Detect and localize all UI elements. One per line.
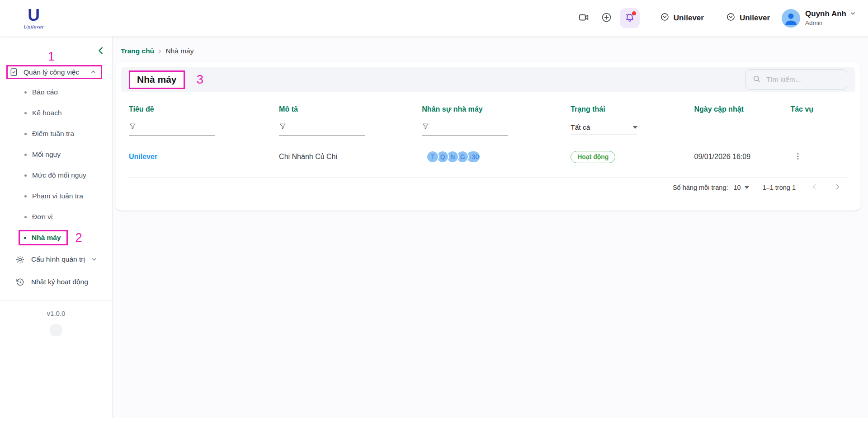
caret-down-icon xyxy=(745,186,749,189)
table-header-row: Tiêu đề Mô tả Nhân sự nhà máy Trạng thái… xyxy=(129,92,847,113)
table-row[interactable]: Unilever Chi Nhánh Củ Chi T Q N G +30 Ho… xyxy=(129,136,847,178)
annotation-box-3: Nhà máy xyxy=(129,70,185,89)
search-input[interactable] xyxy=(765,75,840,84)
chevron-right-icon xyxy=(833,183,842,192)
sidebar: 1 Quản lý công việc Báo cáo Kế hoạch Điể… xyxy=(0,36,113,418)
scroll-ghost xyxy=(50,324,62,336)
breadcrumb-home-link[interactable]: Trang chủ xyxy=(121,47,154,55)
personnel-avatar-group: T Q N G +30 xyxy=(422,150,571,163)
table-filter-row: Tất cả xyxy=(129,113,847,136)
search-icon xyxy=(752,75,761,85)
caret-down-icon xyxy=(633,126,637,129)
bullet-icon xyxy=(24,216,27,218)
filter-input-title[interactable] xyxy=(129,122,215,136)
annotation-number-1: 1 xyxy=(48,50,55,64)
status-filter-value: Tất cả xyxy=(571,123,590,131)
workspace-label: Unilever xyxy=(740,14,770,23)
breadcrumb-current: Nhà máy xyxy=(165,47,193,55)
sidebar-item-ke-hoach[interactable]: Kế hoạch xyxy=(0,103,112,123)
chevron-up-icon xyxy=(90,69,97,75)
top-header: U Unilever xyxy=(0,0,868,36)
sidebar-item-label: Cấu hình quản trị xyxy=(31,255,85,263)
sidebar-item-diem-tuan-tra[interactable]: Điểm tuần tra xyxy=(0,123,112,144)
sidebar-item-don-vi[interactable]: Đơn vị xyxy=(0,206,112,227)
bullet-icon xyxy=(24,195,27,197)
search-box[interactable] xyxy=(745,69,847,90)
column-header-personnel: Nhân sự nhà máy xyxy=(422,92,571,113)
filter-funnel-icon xyxy=(422,122,429,132)
filter-funnel-icon xyxy=(279,122,287,132)
main-content: Trang chủ › Nhà máy Nhà máy 3 xyxy=(113,36,868,418)
chevron-left-icon xyxy=(810,183,819,192)
sidebar-item-label: Đơn vị xyxy=(32,213,52,221)
sidebar-item-label: Nhật ký hoạt động xyxy=(31,278,88,286)
previous-page-button[interactable] xyxy=(810,183,819,192)
circle-chevron-down-icon xyxy=(726,12,736,24)
header-actions: Unilever Unilever Quynh Anh xyxy=(575,6,856,30)
filter-funnel-icon xyxy=(129,122,137,132)
history-clock-icon xyxy=(15,277,25,287)
page-title: Nhà máy xyxy=(137,74,177,84)
workspace-label: Unilever xyxy=(674,14,704,23)
row-actions-button[interactable] xyxy=(790,149,806,164)
sidebar-item-muc-do-moi-nguy[interactable]: Mức độ mối nguy xyxy=(0,165,112,186)
pagination-range: 1–1 trong 1 xyxy=(763,184,796,191)
column-header-title: Tiêu đề xyxy=(129,92,279,113)
bullet-icon xyxy=(24,91,27,94)
rows-per-page-select[interactable]: 10 xyxy=(733,184,749,191)
user-menu[interactable]: Quynh Anh Admin xyxy=(782,9,856,28)
unilever-logo: U Unilever xyxy=(20,7,47,29)
sidebar-item-moi-nguy[interactable]: Mối nguy xyxy=(0,144,112,165)
divider xyxy=(649,6,649,30)
factory-table: Tiêu đề Mô tả Nhân sự nhà máy Trạng thái… xyxy=(121,92,855,192)
bullet-icon xyxy=(24,112,27,114)
workspace-selector-a[interactable]: Unilever xyxy=(658,12,706,24)
factory-card: Nhà máy 3 Tiêu đề Mô tả xyxy=(116,62,860,211)
task-document-icon xyxy=(9,67,19,77)
sidebar-item-label: Phạm vi tuần tra xyxy=(32,192,83,200)
status-filter-select[interactable]: Tất cả xyxy=(571,123,637,135)
workspace-selector-b[interactable]: Unilever xyxy=(724,12,772,24)
gear-icon xyxy=(15,255,25,264)
avatar xyxy=(782,9,800,28)
user-role: Admin xyxy=(805,19,856,27)
sidebar-item-label: Điểm tuần tra xyxy=(32,130,74,138)
circle-chevron-down-icon xyxy=(660,12,670,24)
pagination: Số hàng mỗi trang: 10 1–1 trong 1 xyxy=(129,178,847,192)
sidebar-item-label: Kế hoạch xyxy=(32,109,62,117)
bullet-icon xyxy=(24,174,27,177)
filter-input-personnel[interactable] xyxy=(422,122,508,136)
sidebar-item-pham-vi-tuan-tra[interactable]: Phạm vi tuần tra xyxy=(0,186,112,206)
factory-name-link[interactable]: Unilever xyxy=(129,153,279,161)
sidebar-group-work-management[interactable]: Quản lý công việc xyxy=(6,65,102,79)
rows-per-page-value: 10 xyxy=(733,184,741,191)
sidebar-item-label: Nhà máy xyxy=(32,234,61,242)
notifications-button[interactable] xyxy=(620,8,640,28)
annotation-box-2: Nhà máy xyxy=(19,230,68,245)
sidebar-item-settings[interactable]: Cấu hình quản trị xyxy=(0,248,112,271)
next-page-button[interactable] xyxy=(833,183,842,192)
app-version: v1.0.0 xyxy=(0,301,112,321)
sidebar-item-label: Báo cáo xyxy=(32,88,58,96)
sidebar-item-bao-cao[interactable]: Báo cáo xyxy=(0,82,112,103)
annotation-number-3: 3 xyxy=(197,72,204,87)
kebab-menu-icon xyxy=(793,152,802,162)
app-window: U Unilever xyxy=(0,0,868,418)
sidebar-item-activity-log[interactable]: Nhật ký hoạt động xyxy=(0,271,112,293)
status-badge: Hoạt động xyxy=(571,151,615,163)
filter-input-description[interactable] xyxy=(279,122,365,136)
column-header-description: Mô tả xyxy=(279,92,422,113)
add-button[interactable] xyxy=(597,9,616,28)
rows-per-page-label: Số hàng mỗi trang: xyxy=(673,184,728,191)
sidebar-item-nha-may[interactable]: Nhà máy 2 xyxy=(0,227,112,248)
user-name: Quynh Anh xyxy=(805,9,846,19)
sidebar-collapse-button[interactable] xyxy=(93,43,108,59)
divider xyxy=(715,6,715,30)
unilever-logo-wordmark: Unilever xyxy=(23,24,44,29)
video-icon xyxy=(578,12,590,24)
column-header-updated: Ngày cập nhật xyxy=(694,92,791,113)
video-button[interactable] xyxy=(575,9,594,28)
plus-circle-icon xyxy=(601,12,612,24)
updated-at: 09/01/2026 16:09 xyxy=(694,153,791,161)
user-meta: Quynh Anh Admin xyxy=(805,9,856,26)
